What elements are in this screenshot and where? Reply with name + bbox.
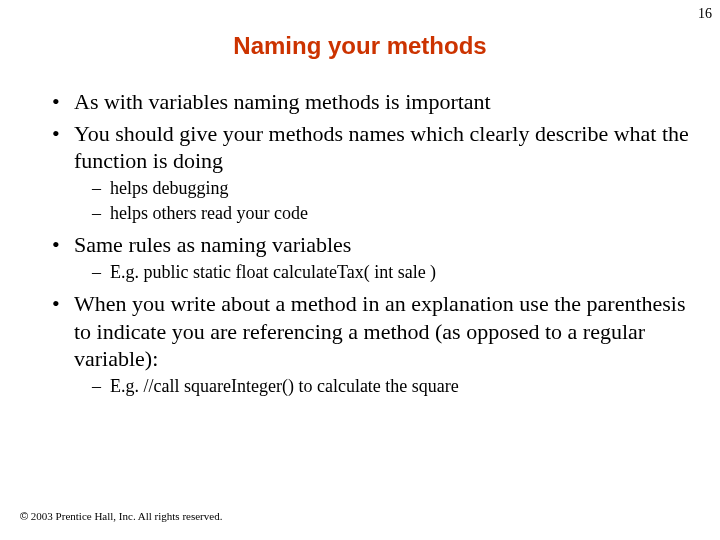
copyright-icon: © (20, 510, 28, 522)
sub-bullet-item: helps debugging (74, 177, 690, 200)
bullet-text: When you write about a method in an expl… (74, 291, 686, 371)
bullet-item: When you write about a method in an expl… (48, 290, 690, 398)
bullet-text: Same rules as naming variables (74, 232, 351, 257)
bullet-item: You should give your methods names which… (48, 120, 690, 226)
page-number: 16 (698, 6, 712, 22)
sub-bullet-list: helps debugging helps others read your c… (74, 177, 690, 226)
bullet-item: Same rules as naming variables E.g. publ… (48, 231, 690, 284)
bullet-list: As with variables naming methods is impo… (48, 88, 690, 398)
sub-bullet-list: E.g. public static float calculateTax( i… (74, 261, 690, 284)
slide-content: As with variables naming methods is impo… (0, 88, 720, 398)
sub-bullet-item: E.g. //call squareInteger() to calculate… (74, 375, 690, 398)
sub-bullet-item: E.g. public static float calculateTax( i… (74, 261, 690, 284)
copyright-footer: © 2003 Prentice Hall, Inc. All rights re… (20, 510, 222, 522)
slide-title: Naming your methods (0, 32, 720, 60)
sub-bullet-list: E.g. //call squareInteger() to calculate… (74, 375, 690, 398)
bullet-text: You should give your methods names which… (74, 121, 689, 174)
sub-bullet-item: helps others read your code (74, 202, 690, 225)
bullet-item: As with variables naming methods is impo… (48, 88, 690, 116)
footer-text: 2003 Prentice Hall, Inc. All rights rese… (28, 510, 222, 522)
